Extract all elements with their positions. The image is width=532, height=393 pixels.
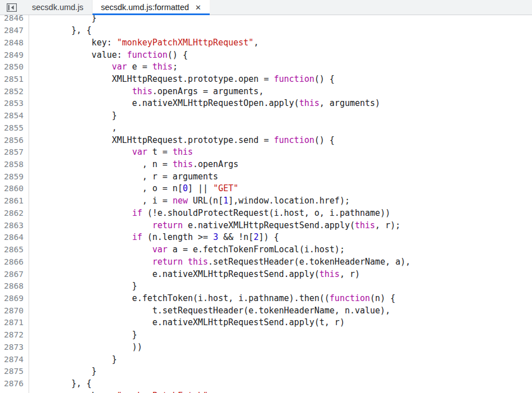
code-line: var t = this — [31, 146, 532, 159]
tab-secsdk-umd-js[interactable]: secsdk.umd.js — [24, 0, 92, 15]
active-tab-underline — [92, 13, 210, 15]
line-number-gutter: 2846284728482849285028512852285328542855… — [0, 15, 29, 393]
code-line: this.openArgs = arguments, — [31, 86, 532, 98]
code-line: , i = new URL(n[1],window.location.href)… — [31, 195, 532, 207]
line-number[interactable]: 2850 — [0, 61, 24, 73]
code-line: XMLHttpRequest.prototype.send = function… — [31, 135, 532, 147]
line-number[interactable]: 2862 — [0, 207, 24, 220]
line-number[interactable]: 2852 — [0, 86, 24, 98]
code-line: e.nativeXMLHttpRequestSend.apply(t, r) — [31, 317, 532, 329]
line-number[interactable]: 2872 — [0, 329, 24, 341]
code-line: t.setRequestHeader(e.tokenHeaderName, n.… — [31, 305, 532, 317]
tab-label: secsdk.umd.js — [32, 3, 84, 12]
code-line: e.nativeXMLHttpRequestOpen.apply(this, a… — [31, 98, 532, 110]
line-number[interactable]: 2848 — [0, 37, 24, 49]
line-number[interactable]: 2849 — [0, 49, 24, 62]
code-line: key: "monkeyPatchXMLHttpRequest", — [31, 37, 532, 49]
line-number[interactable]: 2871 — [0, 317, 24, 329]
navigator-toggle-button[interactable] — [0, 0, 24, 15]
code-line: } — [31, 15, 532, 25]
line-number[interactable]: 2860 — [0, 183, 24, 195]
code-content: } }, { key: "monkeyPatchXMLHttpRequest",… — [29, 15, 532, 393]
close-tab-icon[interactable]: ✕ — [195, 4, 201, 11]
line-number[interactable]: 2856 — [0, 135, 24, 147]
code-line: var e = this; — [31, 61, 532, 73]
editor-tab-bar: secsdk.umd.js secsdk.umd.js:formatted ✕ — [0, 0, 532, 15]
tab-label: secsdk.umd.js:formatted — [101, 3, 189, 12]
line-number[interactable]: 2867 — [0, 269, 24, 281]
line-number[interactable]: 2847 — [0, 25, 24, 37]
line-number[interactable]: 2861 — [0, 195, 24, 207]
code-line: return e.nativeXMLHttpRequestSend.apply(… — [31, 220, 532, 232]
line-number[interactable]: 2864 — [0, 232, 24, 244]
code-line: , o = n[0] || "GET" — [31, 183, 532, 195]
source-editor[interactable]: 2846284728482849285028512852285328542855… — [0, 15, 532, 393]
line-number[interactable]: 2846 — [0, 15, 24, 25]
line-number[interactable]: 2877 — [0, 390, 24, 393]
code-line: e.nativeXMLHttpRequestSend.apply(this, r… — [31, 269, 532, 281]
code-line: } — [31, 354, 532, 366]
line-number[interactable]: 2868 — [0, 280, 24, 293]
line-number[interactable]: 2851 — [0, 73, 24, 86]
code-line: , n = this.openArgs — [31, 159, 532, 171]
tab-secsdk-umd-js-formatted[interactable]: secsdk.umd.js:formatted ✕ — [92, 0, 210, 15]
line-number[interactable]: 2870 — [0, 305, 24, 317]
line-number[interactable]: 2866 — [0, 256, 24, 269]
code-line: value: function() { — [31, 49, 532, 62]
line-number[interactable]: 2853 — [0, 98, 24, 110]
show-navigator-icon — [7, 3, 17, 12]
line-number[interactable]: 2874 — [0, 354, 24, 366]
code-line: }, { — [31, 25, 532, 37]
code-line: if (!e.shouldProtectRequest(i.host, o, i… — [31, 207, 532, 220]
code-line: } — [31, 280, 532, 293]
line-number[interactable]: 2858 — [0, 159, 24, 171]
code-line: , — [31, 122, 532, 135]
code-line: }, { — [31, 378, 532, 390]
code-line: , r = arguments — [31, 171, 532, 183]
line-number[interactable]: 2873 — [0, 341, 24, 354]
line-number[interactable]: 2876 — [0, 378, 24, 390]
line-number[interactable]: 2875 — [0, 366, 24, 378]
line-number[interactable]: 2854 — [0, 110, 24, 122]
line-number[interactable]: 2865 — [0, 244, 24, 256]
code-line: if (n.length >= 3 && !n[2]) { — [31, 232, 532, 244]
line-number[interactable]: 2855 — [0, 122, 24, 135]
code-line: return this.setRequestHeader(e.tokenHead… — [31, 256, 532, 269]
code-line: key: "monkeyPatchFetch", — [31, 390, 532, 393]
code-line: } — [31, 110, 532, 122]
line-number[interactable]: 2869 — [0, 293, 24, 305]
code-line: e.fetchToken(i.host, i.pathname).then((f… — [31, 293, 532, 305]
code-line: var a = e.fetchTokenFromLocal(i.host); — [31, 244, 532, 256]
line-number[interactable]: 2863 — [0, 220, 24, 232]
code-line: )) — [31, 341, 532, 354]
line-number[interactable]: 2857 — [0, 146, 24, 159]
code-line: XMLHttpRequest.prototype.open = function… — [31, 73, 532, 86]
line-number[interactable]: 2859 — [0, 171, 24, 183]
code-line: } — [31, 329, 532, 341]
code-line: } — [31, 366, 532, 378]
